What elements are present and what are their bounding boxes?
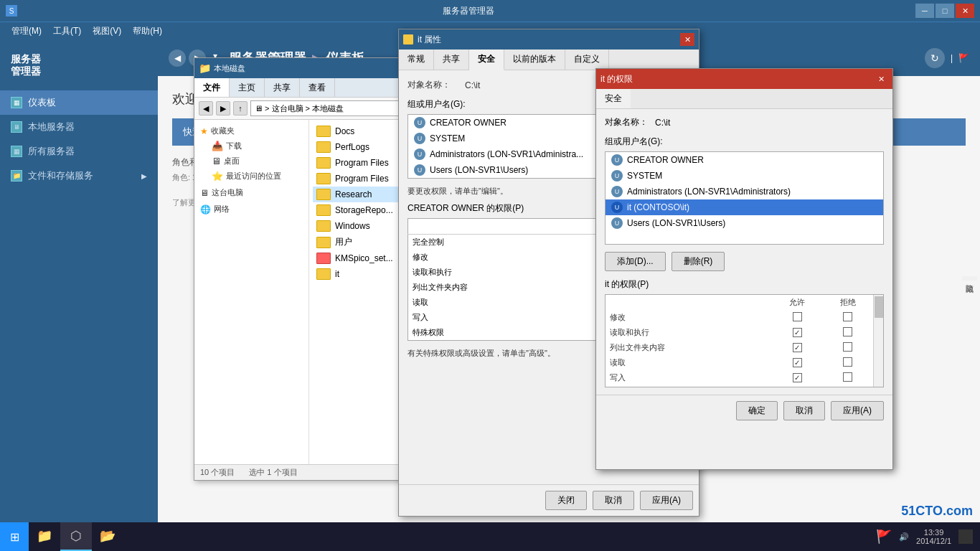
deny-check [823,325,873,340]
perm-dialog-body: 对象名称： C:\it 组或用户名(G): U CREATOR OWNER U … [596,109,892,395]
checkbox-icon[interactable] [793,358,802,367]
file-name: it [335,269,339,279]
checkbox-icon[interactable] [793,328,802,337]
perm-section-title: it 的权限(P) [605,278,884,291]
sidebar-label-dashboard: 仪表板 [28,96,56,109]
sidebar-item-dashboard[interactable]: ▦ 仪表板 [0,90,158,115]
sidebar-item-local-server[interactable]: 🖥 本地服务器 [0,115,158,139]
group-icon: U [611,154,623,166]
group-icon: U [611,217,623,229]
apply-button[interactable]: 应用(A) [831,401,884,420]
sidebar-item-all-servers[interactable]: ▦ 所有服务器 [0,139,158,164]
sidebar-item-file-storage[interactable]: 📁 文件和存储服务 ▶ [0,164,158,188]
up-nav[interactable]: ↑ [233,101,248,116]
ribbon-tab-file[interactable]: 文件 [194,78,230,97]
add-button[interactable]: 添加(D)... [605,252,666,271]
group-item-it[interactable]: U it (CONTOSO\it) [606,199,883,215]
maximize-button[interactable]: □ [936,4,954,18]
it-permissions-dialog: it 的权限 ✕ 安全 对象名称： C:\it 组或用户名(G): U CREA… [595,68,893,470]
addr-path-text: 🖥 > 这台电脑 > 本地磁盘 [255,103,344,114]
taskbar-icon-folder[interactable]: 📂 [92,522,123,551]
folder-icon [316,253,331,264]
user-avatar: U [414,164,425,176]
this-pc-header[interactable]: 🖥 这台电脑 [194,185,308,200]
perm-name: 完全控制 [408,235,618,250]
favorites-group-header[interactable]: ★ 收藏夹 [194,123,308,138]
checkbox-icon[interactable] [843,327,852,336]
tab-sharing[interactable]: 共享 [434,50,469,70]
it-perms-close-btn[interactable]: ✕ [874,72,888,85]
network-header[interactable]: 🌐 网络 [194,202,308,217]
checkbox-icon[interactable] [843,372,852,382]
start-icon: ⊞ [10,530,19,544]
sidebar-label-all: 所有服务器 [28,145,75,158]
close-button[interactable]: 关闭 [545,491,587,510]
apply-button[interactable]: 应用(A) [640,491,693,510]
checkbox-icon[interactable] [843,357,852,367]
perm-row-name: 写入 [606,370,772,385]
checkbox-icon[interactable] [843,342,852,352]
deny-check [823,355,873,370]
folder-icon [316,237,331,248]
group-item-admins[interactable]: U Administrators (LON-SVR1\Administrator… [606,184,883,199]
folder-icon [316,126,331,137]
checkbox-icon[interactable] [793,373,802,382]
checkbox-icon[interactable] [793,312,802,321]
back-nav[interactable]: ◀ [199,101,213,116]
perm-name: 读取和执行 [408,265,618,280]
taskbar-icon-explorer[interactable]: 📁 [29,522,60,551]
hide-label[interactable]: 隐藏 [962,276,977,281]
nav-item-recent[interactable]: ⭐ 最近访问的位置 [194,169,308,184]
start-button[interactable]: ⊞ [0,522,29,551]
user-name: CREATOR OWNER [430,118,507,128]
close-button[interactable]: ✕ [956,4,974,18]
file-name: Windows [335,221,370,231]
network-icon: 🌐 [200,204,211,215]
remove-button[interactable]: 删除(R) [672,252,725,271]
checkbox-icon[interactable] [843,312,852,321]
group-name: SYSTEM [627,171,662,181]
forward-nav[interactable]: ▶ [216,101,230,116]
minimize-button[interactable]: ─ [915,4,934,18]
nav-item-downloads[interactable]: 📥 下载 [194,138,308,154]
deny-check [823,370,873,385]
tab-security[interactable]: 安全 [469,50,504,70]
network-label: 网络 [214,204,230,215]
table-row: 读取和执行 [606,325,883,340]
recent-icon: ⭐ [212,171,223,182]
group-item-creator[interactable]: U CREATOR OWNER [606,152,883,168]
ok-button[interactable]: 确定 [736,401,778,420]
nav-item-desktop[interactable]: 🖥 桌面 [194,154,308,169]
show-desktop-button[interactable] [958,529,973,544]
menu-manage[interactable]: 管理(M) [6,24,47,39]
app-icon: S [6,5,17,17]
table-row: 特殊权限... [606,385,883,387]
group-item-system[interactable]: U SYSTEM [606,168,883,184]
perm-row-name: 读取 [606,355,772,370]
perm-tab-security[interactable]: 安全 [596,89,631,108]
cancel-button[interactable]: 取消 [593,491,634,510]
taskbar-icon-cmd[interactable]: ⬡ [60,522,92,551]
group-item-users[interactable]: U Users (LON-SVR1\Users) [606,215,883,231]
checkbox-icon[interactable] [793,343,802,352]
user-avatar: U [414,117,425,128]
ribbon-tab-view[interactable]: 查看 [300,78,335,97]
it-props-close-btn[interactable]: ✕ [680,33,694,46]
ribbon-tab-home[interactable]: 主页 [230,78,265,97]
it-perms-footer: 确定 取消 应用(A) [596,395,892,426]
tab-general[interactable]: 常规 [399,50,434,70]
ribbon-tab-share[interactable]: 共享 [265,78,300,97]
menu-tools[interactable]: 工具(T) [47,24,87,39]
menu-help[interactable]: 帮助(H) [127,24,168,39]
refresh-button[interactable]: ↻ [925,48,945,68]
window-controls: ─ □ ✕ [915,4,974,18]
perm-dialog-tabs: 安全 [596,89,892,109]
tab-custom[interactable]: 自定义 [565,50,609,70]
tab-previous[interactable]: 以前的版本 [504,50,565,70]
sidebar-label-local: 本地服务器 [28,121,75,133]
cancel-button[interactable]: 取消 [783,401,825,420]
file-name: StorageRepo... [335,205,393,215]
back-button[interactable]: ◀ [169,50,186,67]
menu-view[interactable]: 视图(V) [87,24,127,39]
scrollbar[interactable] [873,295,883,387]
